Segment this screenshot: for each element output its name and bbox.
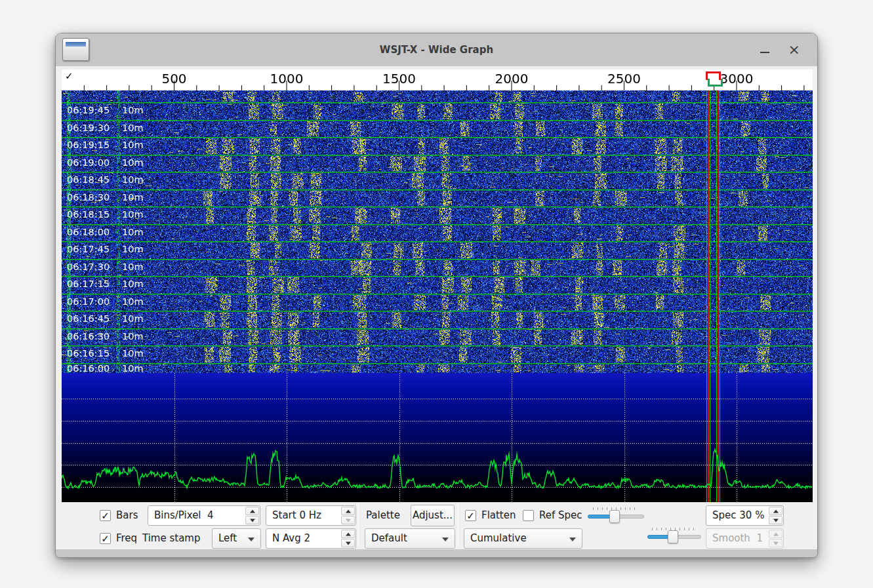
start-hz-down-button[interactable] [341,516,355,524]
group-separator [458,503,458,547]
desktop: WSJT-X - Wide Graph × ✓ Bars Bins/Pixel … [0,0,873,588]
n-avg-up-button[interactable] [341,530,355,538]
waterfall-gain-slider[interactable] [588,505,644,526]
flatten-checkbox[interactable]: ✓ [465,510,476,521]
spec-up-button[interactable] [769,507,782,515]
n-avg-spinbox[interactable]: N Avg 2 [266,528,356,549]
palette-dropdown[interactable]: Default [365,528,455,549]
bars-check-glyph: ✓ [101,510,110,522]
window-bottom-frame [56,549,817,557]
slider-handle[interactable] [609,510,620,523]
chevron-down-icon [442,538,449,541]
controls-panel: ✓ Bars Bins/Pixel 4 Start 0 Hz Palette A… [62,502,813,551]
bars-checkbox[interactable]: ✓ [100,510,111,521]
slider-handle[interactable] [668,530,678,543]
titlebar[interactable]: WSJT-X - Wide Graph × [56,33,817,66]
spec-down-button[interactable] [769,516,782,524]
n-avg-down-button[interactable] [341,539,355,547]
spectrum-mode-value: Cumulative [470,529,527,548]
smooth-value: Smooth 1 [712,529,763,548]
minimize-button[interactable] [760,45,770,55]
flatten-label: Flatten [481,505,516,526]
time-stamp-dropdown[interactable]: Left [212,528,261,549]
close-button[interactable]: × [788,45,800,55]
window-title: WSJT-X - Wide Graph [56,33,817,66]
frequency-scale-canvas[interactable] [62,69,813,90]
freq-label: Freq [116,528,137,549]
wide-graph-window: WSJT-X - Wide Graph × ✓ Bars Bins/Pixel … [55,33,818,558]
chevron-down-icon [569,538,576,541]
flatten-check-glyph: ✓ [466,510,475,522]
spectrum-canvas[interactable] [62,373,813,502]
start-hz-up-button[interactable] [341,507,355,515]
spec-percent-value: Spec 30 % [712,506,764,525]
chevron-down-icon [248,538,254,541]
ref-spec-checkbox[interactable] [523,510,534,521]
start-hz-spinbox[interactable]: Start 0 Hz [266,505,356,526]
smooth-spinbox: Smooth 1 [706,528,784,549]
bins-pixel-value: Bins/Pixel 4 [154,506,214,525]
freq-checkbox[interactable]: ✓ [100,533,111,544]
waterfall-canvas[interactable] [62,90,813,373]
bins-pixel-up-button[interactable] [245,507,259,515]
time-stamp-value: Left [218,529,237,548]
plot-area [62,69,813,502]
minimize-icon [760,52,769,54]
n-avg-value: N Avg 2 [272,529,310,548]
group-separator [358,503,359,547]
smooth-up-button [769,530,782,538]
spec-percent-spinbox[interactable]: Spec 30 % [706,505,784,526]
freq-check-glyph: ✓ [101,533,110,545]
ref-spec-label: Ref Spec [539,505,582,526]
waterfall-zero-slider[interactable] [647,526,701,546]
palette-value: Default [371,529,407,548]
bins-pixel-spinbox[interactable]: Bins/Pixel 4 [148,505,260,526]
start-hz-value: Start 0 Hz [272,506,321,525]
bins-pixel-down-button[interactable] [245,516,259,524]
time-stamp-label: Time stamp [142,528,201,549]
palette-label: Palette [366,505,400,526]
spectrum-mode-dropdown[interactable]: Cumulative [464,528,582,549]
adjust-button[interactable]: Adjust... [411,505,455,526]
bars-label: Bars [116,505,138,526]
smooth-down-button [769,539,782,547]
